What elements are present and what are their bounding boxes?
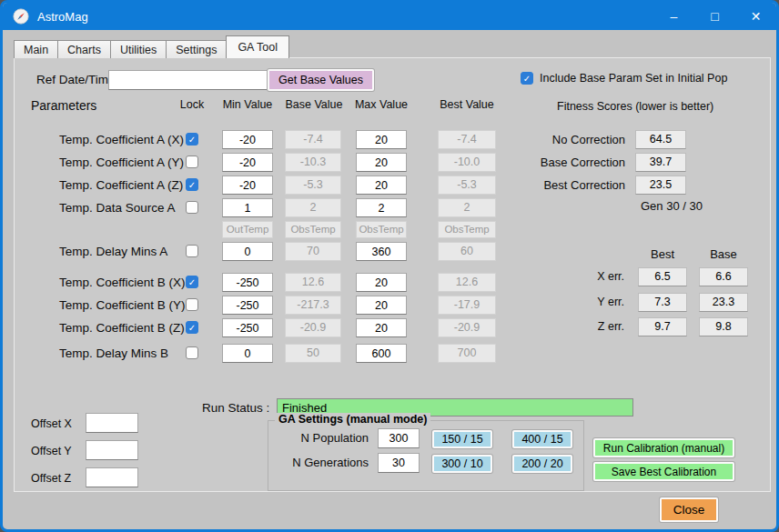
window-title: AstroMag: [37, 10, 88, 24]
offset-input[interactable]: [86, 440, 138, 460]
lock-checkbox[interactable]: [186, 245, 198, 257]
max-value-input[interactable]: [356, 242, 407, 261]
lock-checkbox[interactable]: ✓: [186, 178, 198, 191]
param-label: Temp. Coefficient B (X): [59, 276, 186, 289]
best-value-field: 700: [438, 344, 496, 363]
sensor-source-field: OutTemp: [222, 221, 273, 238]
lock-checkbox[interactable]: [186, 346, 198, 359]
param-label: Temp. Delay Mins A: [59, 245, 167, 258]
offset-label: Offset Y: [31, 445, 72, 457]
compass-icon: [13, 8, 29, 25]
fitness-label: Best Correction: [524, 178, 625, 192]
max-value-input[interactable]: [356, 153, 407, 172]
lock-checkbox[interactable]: [186, 298, 198, 311]
base-value-field: 12.6: [285, 273, 341, 292]
min-value-input[interactable]: [222, 198, 273, 217]
lock-checkbox[interactable]: ✓: [186, 321, 198, 334]
close-button[interactable]: Close: [660, 497, 718, 522]
ref-datetime-input[interactable]: [108, 70, 268, 90]
preset-button[interactable]: 200 / 20: [512, 455, 572, 473]
offset-input[interactable]: [86, 413, 138, 433]
fitness-value: 64.5: [635, 130, 686, 149]
min-value-input[interactable]: [222, 153, 273, 172]
err-best-value: 9.7: [638, 317, 687, 336]
n-population-label: N Population: [276, 431, 369, 445]
min-value-input[interactable]: [222, 344, 273, 363]
best-value-field: -20.9: [438, 318, 496, 337]
lock-checkbox[interactable]: [186, 156, 198, 168]
fitness-label: No Correction: [524, 133, 625, 146]
max-value-input[interactable]: [356, 344, 407, 363]
column-header-max-value: Max Value: [345, 98, 418, 111]
offset-label: Offset X: [31, 417, 72, 430]
offset-input[interactable]: [86, 467, 138, 487]
min-value-input[interactable]: [222, 296, 273, 315]
min-value-input[interactable]: [222, 176, 273, 195]
preset-button[interactable]: 400 / 15: [512, 430, 572, 448]
include-base-checkbox[interactable]: ✓: [521, 72, 533, 85]
err-base-value: 9.8: [699, 317, 748, 336]
get-base-values-button[interactable]: Get Base Values: [268, 69, 374, 91]
max-value-input[interactable]: [356, 273, 407, 292]
base-value-field: -5.3: [285, 176, 341, 195]
err-best-value: 7.3: [638, 293, 687, 312]
min-value-input[interactable]: [222, 242, 273, 261]
tab-settings[interactable]: Settings: [166, 40, 227, 58]
base-value-field: -20.9: [285, 318, 341, 337]
preset-button[interactable]: 150 / 15: [432, 430, 492, 448]
tab-ga-tool[interactable]: GA Tool: [226, 35, 289, 58]
preset-button[interactable]: 300 / 10: [432, 455, 492, 473]
base-value-field: -10.3: [285, 153, 341, 172]
lock-checkbox[interactable]: ✓: [186, 133, 198, 146]
close-window-button[interactable]: ✕: [735, 3, 776, 30]
tab-main[interactable]: Main: [14, 40, 58, 58]
fitness-value: 23.5: [635, 176, 686, 195]
best-value-field: 60: [438, 242, 496, 261]
min-value-input[interactable]: [222, 130, 273, 149]
fitness-value: 39.7: [635, 153, 686, 172]
sensor-source-field: ObsTemp: [285, 221, 341, 238]
base-value-field: 50: [285, 344, 341, 363]
base-value-field: -7.4: [285, 130, 341, 149]
column-header-lock: Lock: [174, 98, 210, 111]
err-row-label: Z err.: [561, 320, 624, 333]
run-calibration-button[interactable]: Run Calibration (manual): [593, 438, 734, 457]
param-label: Temp. Coefficient B (Z): [59, 321, 185, 335]
fitness-label: Base Correction: [524, 156, 625, 169]
generation-counter: Gen 30 / 30: [641, 199, 703, 213]
max-value-input[interactable]: [356, 198, 407, 217]
include-base-label: Include Base Param Set in Initial Pop: [540, 72, 727, 85]
err-row-label: Y err.: [561, 296, 624, 308]
column-header-fitness: Fitness Scores (lower is better): [557, 100, 713, 113]
min-value-input[interactable]: [222, 318, 273, 337]
maximize-button[interactable]: □: [694, 3, 735, 30]
max-value-input[interactable]: [356, 130, 407, 149]
titlebar: AstroMag – □ ✕: [3, 3, 776, 30]
param-label: Temp. Coefficient A (X): [59, 133, 184, 146]
max-value-input[interactable]: [356, 318, 407, 337]
err-row-label: X err.: [561, 270, 624, 283]
minimize-button[interactable]: –: [653, 3, 694, 30]
max-value-input[interactable]: [356, 296, 407, 315]
param-label: Temp. Delay Mins B: [59, 346, 168, 360]
n-population-input[interactable]: [378, 428, 420, 448]
lock-checkbox[interactable]: [186, 201, 198, 214]
n-generations-input[interactable]: [378, 453, 420, 473]
save-best-calibration-button[interactable]: Save Best Calibration: [593, 462, 734, 481]
min-value-input[interactable]: [222, 273, 273, 292]
lock-checkbox[interactable]: ✓: [186, 276, 198, 288]
base-value-field: 70: [285, 242, 341, 261]
err-base-header: Base: [699, 247, 748, 261]
ga-settings-group: GA Settings (manual mode) N Population N…: [268, 420, 584, 491]
best-value-field: -5.3: [438, 176, 496, 195]
tab-charts[interactable]: Charts: [57, 40, 111, 58]
param-label: Temp. Coefficient B (Y): [59, 298, 186, 312]
tab-strip: MainChartsUtilitiesSettingsGA Tool: [14, 35, 288, 58]
sensor-source-field: ObsTemp: [438, 221, 496, 238]
n-generations-label: N Generations: [276, 456, 369, 469]
tab-utilities[interactable]: Utilities: [110, 40, 167, 58]
err-best-value: 6.5: [638, 267, 687, 286]
base-value-field: -217.3: [285, 296, 341, 315]
max-value-input[interactable]: [356, 176, 407, 195]
sensor-source-field: ObsTemp: [356, 221, 407, 238]
